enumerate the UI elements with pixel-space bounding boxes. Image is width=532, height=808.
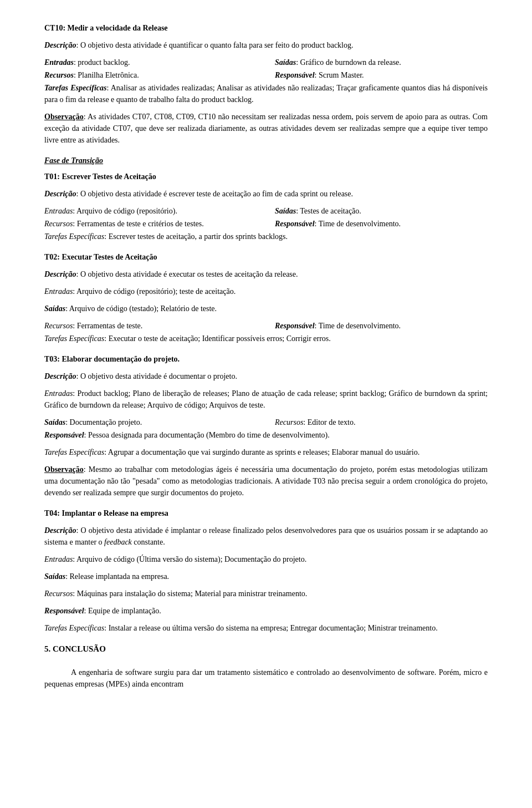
t03-obs-row: Observação: Mesmo ao trabalhar com metod… [44, 464, 488, 499]
t04-entradas-label: Entradas [44, 555, 73, 563]
t03-entradas-text: : Product backlog; Plano de liberação de… [44, 389, 488, 409]
t04-entradas-row: Entradas: Arquivo de código (Última vers… [44, 553, 488, 565]
ct10-entradas-label: Entradas [44, 58, 74, 67]
t02-responsavel-col: Responsável: Time de desenvolvimento. [275, 320, 488, 332]
t03-block: T03: Elaborar documentação do projeto. D… [44, 353, 488, 499]
t01-entradas-col: Entradas: Arquivo de código (repositório… [44, 205, 257, 217]
fase-transicao-block: Fase de Transição T01: Escrever Testes d… [44, 155, 488, 634]
t04-saidas-text: : Release implantada na empresa. [65, 572, 169, 581]
t01-entradas-label: Entradas [44, 207, 73, 215]
t02-recursos-label: Recursos [44, 322, 73, 330]
t02-title-text: T02: Executar Testes de Aceitação [44, 253, 157, 261]
t03-desc-row: Descrição: O objetivo desta atividade é … [44, 370, 488, 382]
t02-tarefas-text: : Executar o teste de aceitação; Identif… [104, 334, 331, 343]
t01-entradas-text: : Arquivo de código (repositório). [73, 207, 177, 215]
t02-saidas-label: Saídas [44, 304, 65, 313]
t02-desc-text: : O objetivo desta atividade é executar … [76, 270, 298, 278]
t03-recursos-label: Recursos [275, 418, 303, 426]
t04-recursos-row: Recursos: Máquinas para instalação do si… [44, 588, 488, 599]
t04-desc-row: Descrição: O objetivo desta atividade é … [44, 525, 488, 548]
ct10-entradas-col: Entradas: product backlog. [44, 57, 257, 68]
ct10-desc-text: : O objetivo desta atividade é quantific… [76, 41, 354, 49]
t03-saidas-text: : Documentação projeto. [65, 418, 142, 426]
t02-desc-label: Descrição [44, 270, 76, 278]
t04-tarefas-row: Tarefas Específicas: Instalar a release … [44, 622, 488, 634]
t04-desc-italic: feedback [104, 538, 132, 546]
ct10-obs-label: Observação [44, 113, 84, 121]
t03-title-text: T03: Elaborar documentação do projeto. [44, 355, 180, 363]
t01-desc-label: Descrição [44, 190, 76, 198]
t02-entradas-row: Entradas: Arquivo de código (repositório… [44, 286, 488, 297]
t04-entradas-text: : Arquivo de código (Última versão do si… [73, 555, 306, 563]
t01-block: T01: Escrever Testes de Aceitação Descri… [44, 171, 488, 242]
t04-block: T04: Implantar o Release na empresa Desc… [44, 507, 488, 634]
t02-desc-row: Descrição: O objetivo desta atividade é … [44, 268, 488, 280]
t01-recursos-responsavel-row: Recursos: Ferramentas de teste e critéri… [44, 218, 488, 230]
conclusao-section: 5. CONCLUSÃO A engenharia de software su… [44, 643, 488, 690]
t04-title-text: T04: Implantar o Release na empresa [44, 509, 168, 517]
ct10-recursos-responsavel-row: Recursos: Planilha Eletrônica. Responsáv… [44, 69, 488, 81]
ct10-responsavel-text: : Scrum Master. [315, 71, 364, 79]
t04-responsavel-text: : Equipe de implantação. [84, 607, 161, 615]
t02-responsavel-text: : Time de desenvolvimento. [315, 322, 401, 330]
t01-responsavel-text: : Time de desenvolvimento. [315, 220, 401, 228]
t01-responsavel-label: Responsável [275, 220, 315, 228]
ct10-recursos-text: : Planilha Eletrônica. [74, 71, 139, 79]
t04-tarefas-label: Tarefas Específicas [44, 624, 104, 632]
t02-saidas-row: Saídas: Arquivo de código (testado); Rel… [44, 303, 488, 314]
t04-title: T04: Implantar o Release na empresa [44, 507, 488, 519]
t02-recursos-responsavel-row: Recursos: Ferramentas de teste. Responsá… [44, 320, 488, 332]
t04-recursos-text: : Máquinas para instalação do sistema; M… [73, 590, 307, 598]
t01-saidas-col: Saídas: Testes de aceitação. [275, 205, 488, 217]
t03-title: T03: Elaborar documentação do projeto. [44, 353, 488, 365]
t02-block: T02: Executar Testes de Aceitação Descri… [44, 251, 488, 344]
t02-entradas-text: : Arquivo de código (repositório); teste… [73, 287, 236, 296]
t01-title-text: T01: Escrever Testes de Aceitação [44, 172, 156, 181]
ct10-tarefas-label: Tarefas Específicas [44, 84, 106, 92]
t03-responsavel-row: Responsável: Pessoa designada para docum… [44, 429, 488, 441]
t01-desc-row: Descrição: O objetivo desta atividade é … [44, 188, 488, 200]
ct10-desc-row: Descrição: O objetivo desta atividade é … [44, 39, 488, 51]
ct10-block: CT10: Medir a velocidade da Release Desc… [44, 22, 488, 146]
t03-responsavel-label: Responsável [44, 431, 84, 439]
t04-saidas-row: Saídas: Release implantada na empresa. [44, 571, 488, 582]
t01-recursos-col: Recursos: Ferramentas de teste e critéri… [44, 218, 257, 230]
t01-tarefas-text: : Escrever testes de aceitação, a partir… [104, 232, 288, 241]
t01-desc-text: : O objetivo desta atividade é escrever … [76, 190, 354, 198]
conclusao-p1: A engenharia de software surgiu para dar… [44, 667, 488, 690]
t01-responsavel-col: Responsável: Time de desenvolvimento. [275, 218, 488, 230]
page-content: CT10: Medir a velocidade da Release Desc… [0, 0, 532, 721]
ct10-entrada-saida-row: Entradas: product backlog. Saídas: Gráfi… [44, 57, 488, 68]
ct10-responsavel-col: Responsável: Scrum Master. [275, 69, 488, 81]
t04-desc2-text: constante. [132, 538, 165, 546]
t03-saidas-recursos-row: Saídas: Documentação projeto. Recursos: … [44, 416, 488, 428]
t03-tarefas-row: Tarefas Específicas: Agrupar a documenta… [44, 446, 488, 458]
t02-tarefas-label: Tarefas Específicas [44, 334, 104, 343]
t02-recursos-text: : Ferramentas de teste. [73, 322, 142, 330]
ct10-obs-text: : As atividades CT07, CT08, CT09, CT10 n… [44, 113, 488, 144]
t04-tarefas-text: : Instalar a release ou última versão do… [104, 624, 437, 632]
ct10-entradas-text: : product backlog. [74, 58, 130, 67]
ct10-obs-row: Observação: As atividades CT07, CT08, CT… [44, 111, 488, 146]
t04-responsavel-row: Responsável: Equipe de implantação. [44, 605, 488, 617]
ct10-recursos-col: Recursos: Planilha Eletrônica. [44, 69, 257, 81]
t02-responsavel-label: Responsável [275, 322, 315, 330]
t03-entradas-label: Entradas [44, 389, 73, 398]
t04-recursos-label: Recursos [44, 590, 73, 598]
t01-tarefas-row: Tarefas Específicas: Escrever testes de … [44, 231, 488, 242]
t03-tarefas-label: Tarefas Específicas [44, 448, 104, 456]
t03-desc-label: Descrição [44, 372, 76, 380]
ct10-desc-label: Descrição [44, 41, 76, 49]
ct10-saidas-col: Saídas: Gráfico de burndown da release. [275, 57, 488, 68]
t03-desc-text: : O objetivo desta atividade é documenta… [76, 372, 237, 380]
t01-title: T01: Escrever Testes de Aceitação [44, 171, 488, 182]
t03-saidas-col: Saídas: Documentação projeto. [44, 416, 257, 428]
t01-saidas-text: : Testes de aceitação. [296, 207, 361, 215]
ct10-tarefas-text: : Analisar as atividades realizadas; Ana… [44, 84, 488, 104]
t04-desc-label: Descrição [44, 526, 76, 535]
t03-obs-label: Observação [44, 465, 84, 474]
t02-saidas-text: : Arquivo de código (testado); Relatório… [65, 304, 217, 313]
t02-title: T02: Executar Testes de Aceitação [44, 251, 488, 263]
t03-recursos-col: Recursos: Editor de texto. [275, 416, 488, 428]
ct10-title-text: CT10: Medir a velocidade da Release [44, 24, 168, 32]
